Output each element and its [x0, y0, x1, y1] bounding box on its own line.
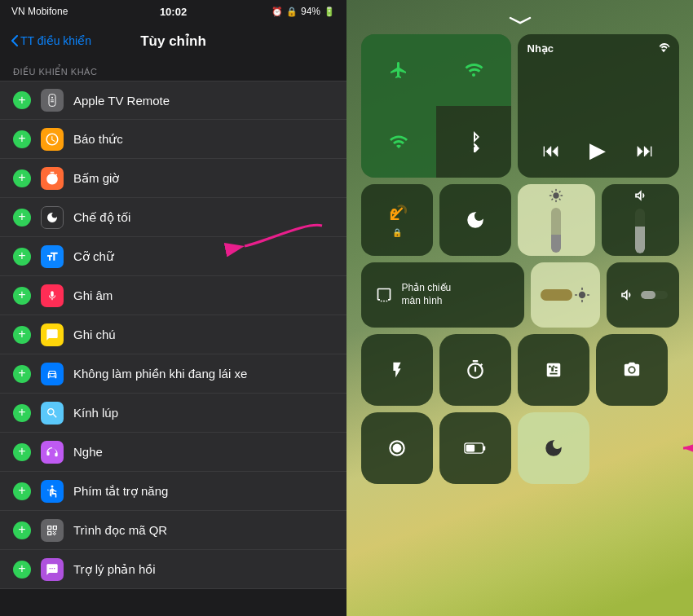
item-label: Nghe	[73, 445, 333, 459]
item-label: Không làm phiền khi đang lái xe	[73, 367, 333, 381]
prev-track-button[interactable]: ⏮	[542, 140, 560, 161]
add-item-button[interactable]: +	[13, 91, 31, 109]
dark-mode-button[interactable]	[439, 184, 511, 256]
add-item-button[interactable]: +	[13, 209, 31, 227]
next-track-button[interactable]: ⏭	[636, 140, 654, 161]
item-icon	[41, 245, 64, 268]
add-item-button[interactable]: +	[13, 248, 31, 266]
item-icon	[41, 558, 64, 581]
section-header: ĐIỀU KHIỂN KHÁC	[0, 59, 346, 81]
list-item[interactable]: + Báo thức	[0, 120, 346, 159]
add-item-button[interactable]: +	[13, 482, 31, 500]
list-item[interactable]: + Trợ lý phản hồi	[0, 550, 346, 589]
list-item[interactable]: + Ghi chú	[0, 315, 346, 354]
bluetooth-button[interactable]	[436, 106, 511, 178]
time-text: 10:02	[160, 6, 187, 18]
svg-point-8	[629, 367, 634, 372]
add-item-button[interactable]: +	[13, 561, 31, 579]
screen-mirror-text: Phản chiếu màn hình	[402, 282, 452, 307]
list-item[interactable]: + Kính lúp	[0, 394, 346, 433]
add-item-button[interactable]: +	[13, 365, 31, 383]
volume-horizontal-slider[interactable]	[607, 262, 679, 328]
item-label: Ghi chú	[73, 328, 333, 341]
item-label: Phím tắt trợ năng	[73, 484, 333, 499]
chevron-left-icon	[11, 35, 18, 46]
svg-rect-2	[51, 99, 54, 100]
back-label: TT điều khiển	[20, 34, 91, 47]
lock-icon: 🔒	[286, 7, 298, 17]
calculator-button[interactable]	[518, 334, 589, 406]
screen-mirror-button[interactable]: Phản chiếu màn hình	[361, 262, 524, 328]
airplay-icon[interactable]	[656, 41, 671, 58]
item-icon	[41, 128, 64, 151]
row5	[361, 412, 679, 484]
item-icon	[41, 480, 64, 503]
item-label: Trình đọc mã QR	[73, 523, 333, 538]
cellular-button[interactable]	[436, 34, 511, 106]
camera-button[interactable]	[596, 334, 668, 406]
item-icon	[41, 441, 64, 464]
add-item-button[interactable]: +	[13, 287, 31, 305]
add-item-button[interactable]: +	[13, 326, 31, 344]
list-item[interactable]: + Nghe	[0, 433, 346, 472]
orientation-lock-button[interactable]: 🔒	[361, 184, 433, 256]
nav-bar: TT điều khiển Tùy chỉnh	[0, 23, 346, 59]
list-item[interactable]: + Không làm phiền khi đang lái xe	[0, 354, 346, 394]
item-label: Apple TV Remote	[73, 94, 333, 108]
svg-rect-13	[466, 445, 475, 452]
back-button[interactable]: TT điều khiển	[11, 34, 91, 47]
list-item[interactable]: + Bấm giờ	[0, 159, 346, 198]
control-center-grid: Nhạc ⏮ ▶ ⏭	[361, 34, 679, 484]
left-panel: VN Mobifone 10:02 ⏰ 🔒 94% 🔋 TT điều khiể…	[0, 0, 346, 616]
list-item[interactable]: + Phím tắt trợ năng	[0, 472, 346, 511]
add-item-button[interactable]: +	[13, 404, 31, 422]
airplane-mode-button[interactable]	[361, 34, 436, 106]
battery-button[interactable]	[439, 412, 511, 484]
list-item[interactable]: + Apple TV Remote	[0, 81, 346, 120]
volume-icon	[618, 287, 634, 303]
brightness-slider[interactable]	[518, 184, 595, 256]
screen-record-button[interactable]	[361, 412, 433, 484]
music-title: Nhạc	[527, 42, 554, 55]
list-item[interactable]: + Ghi âm	[0, 276, 346, 315]
row2: 🔒	[361, 184, 679, 256]
dark-mode-toggle-button[interactable]	[518, 412, 589, 484]
volume-slider[interactable]	[602, 184, 679, 256]
item-icon	[41, 89, 64, 112]
right-icons: ⏰ 🔒 94% 🔋	[271, 6, 335, 17]
add-item-button[interactable]: +	[13, 521, 31, 539]
list-items: + Apple TV Remote + Báo thức + Bấm giờ	[0, 81, 346, 616]
battery-text: 94%	[301, 6, 320, 17]
alarm-icon: ⏰	[271, 7, 283, 17]
item-label: Cỡ chữ	[73, 249, 333, 264]
music-controls: ⏮ ▶ ⏭	[527, 131, 669, 169]
brightness-horizontal-slider[interactable]	[531, 262, 600, 328]
svg-rect-3	[51, 101, 54, 102]
battery-icon: 🔋	[324, 7, 335, 17]
right-panel: Nhạc ⏮ ▶ ⏭	[346, 0, 693, 616]
list-item[interactable]: + Trình đọc mã QR	[0, 511, 346, 550]
add-item-button[interactable]: +	[13, 130, 31, 148]
play-button[interactable]: ▶	[589, 138, 606, 163]
item-icon	[41, 167, 64, 190]
svg-point-6	[51, 485, 54, 487]
list-item[interactable]: + Cỡ chữ	[0, 237, 346, 276]
flashlight-button[interactable]	[361, 334, 433, 406]
chevron-down-indicator	[504, 16, 536, 23]
screen-mirror-icon	[374, 287, 394, 303]
pink-arrow-annotation	[675, 432, 694, 464]
item-icon	[41, 402, 64, 425]
add-item-button[interactable]: +	[13, 443, 31, 461]
add-item-button[interactable]: +	[13, 169, 31, 187]
item-icon	[41, 206, 64, 229]
item-label: Báo thức	[73, 132, 333, 147]
timer-button[interactable]	[439, 334, 511, 406]
svg-point-5	[54, 374, 55, 376]
row3: Phản chiếu màn hình	[361, 262, 679, 328]
item-label: Trợ lý phản hồi	[73, 562, 333, 577]
list-item[interactable]: + Chế độ tối	[0, 198, 346, 237]
music-block: Nhạc ⏮ ▶ ⏭	[518, 34, 679, 178]
item-label: Bấm giờ	[73, 171, 333, 186]
item-icon	[41, 284, 64, 307]
wifi-button[interactable]	[361, 106, 436, 178]
